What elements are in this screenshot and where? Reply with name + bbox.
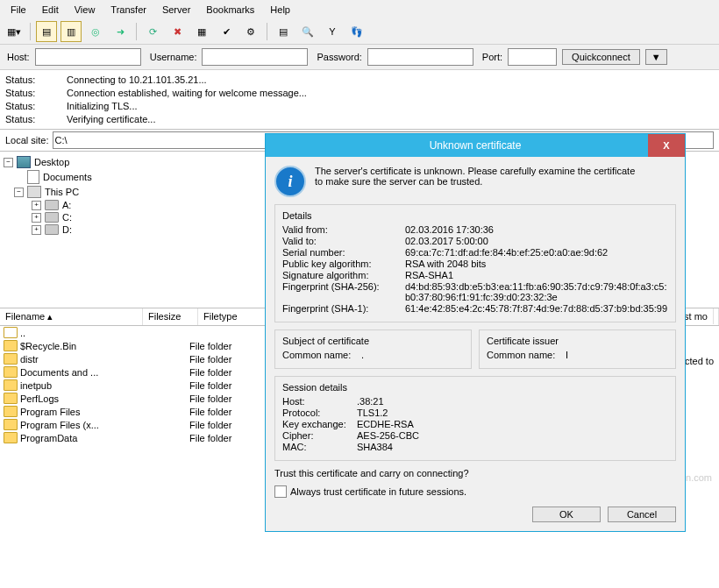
drive-icon [45,200,59,210]
drive-icon [45,224,59,235]
quickconnect-dropdown[interactable]: ▼ [645,49,667,65]
menu-help[interactable]: Help [263,3,297,17]
log-status-label: Status: [5,87,67,100]
dialog-message: The server's certificate is unknown. Ple… [315,166,635,197]
username-input[interactable] [202,48,308,66]
refresh-icon[interactable]: ⟳ [142,21,163,42]
folder-icon [4,432,18,443]
menu-view[interactable]: View [68,3,103,17]
tree-drive[interactable]: C: [62,212,72,223]
folder-icon [4,366,18,378]
valid-from-value: 02.03.2016 17:30:36 [405,224,668,235]
kex-value: ECDHE-RSA [357,419,668,429]
log-status-label: Status: [5,74,67,87]
log-status-label: Status: [5,113,67,126]
close-button[interactable]: X [648,134,685,157]
file-name: PerfLogs [20,393,59,404]
file-name: inetpub [20,380,52,391]
parent-dir[interactable]: .. [20,328,25,338]
log-status-label: Status: [5,100,67,113]
valid-from-label: Valid from: [282,224,405,235]
folder-icon [4,419,18,430]
unknown-certificate-dialog: Unknown certificate X i The server's cer… [265,133,686,444]
cancel-icon[interactable]: ✖ [167,21,188,42]
subject-cn-label: Common name: [282,350,361,360]
tree-drive[interactable]: D: [62,224,72,235]
issuer-group: Certificate issuer Common name:I [479,329,676,369]
proto-value: TLS1.2 [357,407,668,418]
fp256-value: d4:bd:85:93:db:e5:b3:ea:11:fb:a6:90:35:7… [405,281,668,302]
folder-icon [4,406,18,417]
mac-label: MAC: [282,442,357,444]
port-input[interactable] [508,48,557,66]
kex-label: Key exchange: [282,419,357,429]
expand-icon[interactable]: + [32,213,41,223]
file-name: $Recycle.Bin [20,341,76,351]
dialog-title: Unknown certificate [430,139,522,152]
file-name: Program Files [20,407,80,417]
collapse-icon[interactable]: − [4,158,13,167]
col-filename[interactable]: Filename [5,311,45,322]
file-name: distr [20,354,39,365]
separator [30,23,31,40]
tree-desktop[interactable]: Desktop [34,157,69,167]
fp1-value: 61:4e:42:85:e4:2c:45:78:7f:87:4d:9e:7d:8… [405,303,668,314]
message-log[interactable]: Status:Connecting to 10.21.101.35.21...S… [0,70,719,130]
subject-group: Subject of certificate Common name:. [274,329,472,369]
host-input[interactable] [35,48,141,66]
toolbar-icon[interactable]: ➜ [110,21,131,42]
log-message: Initializing TLS... [67,100,138,113]
col-filesize[interactable]: Filesize [143,308,198,325]
pka-label: Public key algorithm: [282,259,405,269]
pc-icon [27,186,41,198]
menu-file[interactable]: File [4,3,33,17]
toolbar-icon[interactable]: ▤ [273,21,294,42]
mac-value: SHA384 [357,442,668,444]
server-dropdown-icon[interactable]: ▦▾ [4,21,25,42]
toolbar-icon[interactable]: ▥ [61,21,82,42]
tree-documents[interactable]: Documents [43,172,92,182]
session-legend: Session details [282,382,668,393]
serial-label: Serial number: [282,247,405,258]
tree-thispc[interactable]: This PC [45,187,79,197]
password-input[interactable] [367,48,473,66]
valid-to-label: Valid to: [282,236,405,246]
dialog-titlebar[interactable]: Unknown certificate X [266,134,685,157]
separator [136,23,137,40]
menu-transfer[interactable]: Transfer [103,3,153,17]
toolbar-icon[interactable]: 🔍 [297,21,318,42]
menu-server[interactable]: Server [155,3,197,17]
toolbar-icon[interactable]: ◎ [85,21,106,42]
expand-icon[interactable]: + [32,201,41,210]
folder-icon [4,327,18,338]
menubar: File Edit View Transfer Server Bookmarks… [0,0,719,19]
menu-bookmarks[interactable]: Bookmarks [199,3,261,17]
file-name: Documents and ... [20,367,98,378]
quickconnect-button[interactable]: Quickconnect [562,49,640,65]
toolbar-icon[interactable]: ▤ [36,21,57,42]
separator [267,23,267,40]
issuer-legend: Certificate issuer [487,336,668,346]
collapse-icon[interactable]: − [14,188,24,197]
disconnect-icon[interactable]: ▦ [191,21,212,42]
pka-value: RSA with 2048 bits [405,259,668,269]
info-icon: i [274,166,306,197]
details-group: Details Valid from:02.03.2016 17:30:36 V… [274,204,676,322]
folder-icon [4,393,18,404]
tree-drive[interactable]: A: [62,200,71,210]
reconnect-icon[interactable]: ✔ [216,21,237,42]
folder-icon [4,340,18,351]
toolbar-icon[interactable]: ⚙ [240,21,261,42]
compare-icon[interactable]: 👣 [346,21,367,42]
sa-label: Signature algorithm: [282,270,405,280]
expand-icon[interactable]: + [32,225,41,235]
filter-icon[interactable]: Y [322,21,343,42]
subject-legend: Subject of certificate [282,336,464,346]
port-label: Port: [482,52,502,62]
menu-edit[interactable]: Edit [35,3,66,17]
serial-value: 69:ca:7c:71:df:ad:fe:84:4b:ef:25:e0:a0:a… [405,247,668,258]
quickconnect-bar: Host: Username: Password: Port: Quickcon… [0,45,719,70]
subject-cn-value: . [361,350,464,360]
host-label: Host: [282,396,357,407]
log-message: Verifying certificate... [67,113,156,126]
